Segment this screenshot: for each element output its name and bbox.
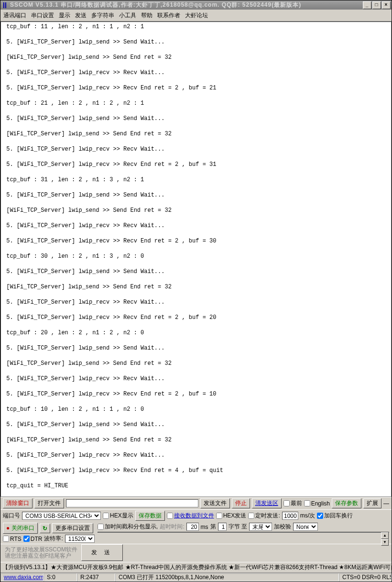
title-bar[interactable]: SSCOM V5.13.1 串口/网络数据调试器,作者:大虾丁丁,2618058… xyxy=(0,0,392,10)
menu-send[interactable]: 发送 xyxy=(75,11,87,20)
toolbar-row-4: 为了更好地发展SSCOM软件 请您注册嘉立创F结尾客户 发 送 xyxy=(0,544,392,562)
toolbar-row-2: 端口号 COM3 USB-SERIAL CH340 HEX显示 保存数据 接收数… xyxy=(0,509,392,522)
status-bar: www.daxia.com S:0 R:2437 COM3 已打开 115200… xyxy=(0,572,392,582)
dtr-checkbox[interactable]: DTR xyxy=(23,536,43,542)
app-icon xyxy=(1,2,8,9)
menu-comm-port[interactable]: 通讯端口 xyxy=(3,11,26,20)
baud-label: 波特率: xyxy=(44,535,63,543)
close-port-button[interactable]: ● 关闭串口 xyxy=(3,523,38,534)
timed-send-checkbox[interactable]: 定时发送: xyxy=(248,512,280,520)
status-cts: CTS=0 DSR=0 RLS xyxy=(339,573,392,582)
english-checkbox[interactable]: English xyxy=(304,500,330,507)
send-file-button[interactable]: 发送文件 xyxy=(200,498,230,508)
seq-label1: 第 xyxy=(210,523,216,531)
svg-rect-0 xyxy=(3,2,4,8)
menu-contact[interactable]: 联系作者 xyxy=(157,11,180,20)
close-button[interactable]: × xyxy=(382,1,391,9)
port-label: 端口号 xyxy=(3,512,20,520)
tail-combo[interactable]: 末尾 xyxy=(249,523,272,531)
more-settings-button[interactable]: 更多串口设置 xyxy=(52,523,93,533)
menu-port-settings[interactable]: 串口设置 xyxy=(31,11,54,20)
extend-dash: — xyxy=(383,500,389,507)
toolbar-row-1: 清除窗口 打开文件 发送文件 停止 清发送区 最前 English 保存参数 扩… xyxy=(0,497,392,509)
open-file-button[interactable]: 打开文件 xyxy=(34,498,64,508)
window-title: SSCOM V5.13.1 串口/网络数据调试器,作者:大虾丁丁,2618058… xyxy=(10,1,363,9)
timestamp-checkbox[interactable]: 加时间戳和分包显示, xyxy=(98,523,158,531)
scroll-down-icon[interactable]: ▼ xyxy=(381,539,389,546)
send-interval-input[interactable] xyxy=(282,512,298,520)
status-sent: S:0 xyxy=(44,573,77,582)
send-input[interactable]: ▲ ▼ xyxy=(98,532,389,533)
status-recv: R:2437 xyxy=(77,573,115,582)
clear-send-area-button[interactable]: 清发送区 xyxy=(252,498,282,508)
menu-bar: 通讯端口 串口设置 显示 发送 多字符串 小工具 帮助 联系作者 大虾论坛 xyxy=(0,10,392,22)
menu-display[interactable]: 显示 xyxy=(59,11,70,20)
menu-multi-string[interactable]: 多字符串 xyxy=(91,11,114,20)
interval-unit-label: ms/次 xyxy=(300,512,315,520)
extend-button[interactable]: 扩展 xyxy=(363,498,381,508)
byte-label: 字节 至 xyxy=(229,523,247,531)
port-combo[interactable]: COM3 USB-SERIAL CH340 xyxy=(22,512,101,520)
file-path-input[interactable] xyxy=(66,499,198,507)
rts-checkbox[interactable]: RTS xyxy=(3,536,22,542)
save-params-button[interactable]: 保存参数 xyxy=(332,498,361,508)
hex-display-checkbox[interactable]: HEX显示 xyxy=(103,512,133,520)
topmost-checkbox[interactable]: 最前 xyxy=(283,499,302,507)
refresh-icon[interactable]: ↻ xyxy=(40,524,50,533)
send-button[interactable]: 发 送 xyxy=(81,544,123,561)
chk-label: 加校验 xyxy=(274,523,291,531)
recv-to-file-checkbox[interactable]: 接收数据到文件 xyxy=(167,512,214,520)
baud-combo[interactable]: 115200 xyxy=(65,535,95,543)
save-data-button[interactable]: 保存数据 xyxy=(135,511,165,521)
menu-help[interactable]: 帮助 xyxy=(141,11,152,20)
status-com: COM3 已打开 115200bps,8,1,None,None xyxy=(115,573,339,582)
stop-button[interactable]: 停止 xyxy=(232,498,250,508)
promo-links[interactable]: 【升级到V5.13.1】★大资源MCU开发板9.9包邮 ★RT-Thread中国… xyxy=(0,562,392,572)
clear-window-button[interactable]: 清除窗口 xyxy=(3,498,33,508)
status-url[interactable]: www.daxia.com xyxy=(4,574,44,581)
svg-rect-1 xyxy=(5,2,6,8)
add-crlf-checkbox[interactable]: 加回车换行 xyxy=(317,512,353,520)
tips-text: 为了更好地发展SSCOM软件 请您注册嘉立创F结尾客户 xyxy=(3,546,79,560)
timeout-input[interactable] xyxy=(186,523,199,531)
maximize-button[interactable]: □ xyxy=(372,1,381,9)
timeout-label: 超时时间: xyxy=(160,523,184,531)
menu-forum[interactable]: 大虾论坛 xyxy=(185,11,208,20)
chk-combo[interactable]: None xyxy=(293,523,318,531)
menu-tools[interactable]: 小工具 xyxy=(119,11,136,20)
seq-input[interactable] xyxy=(218,523,227,531)
app-window: SSCOM V5.13.1 串口/网络数据调试器,作者:大虾丁丁,2618058… xyxy=(0,0,392,582)
scroll-up-icon[interactable]: ▲ xyxy=(381,532,389,539)
output-area[interactable]: tcp_buf : 11 , len : 2 , n1 : 1 , n2 : 1… xyxy=(0,22,392,497)
toolbar-row-3: ● 关闭串口 ↻ 更多串口设置 RTS DTR 波特率: 115200 加时间戳… xyxy=(0,522,392,544)
hex-send-checkbox[interactable]: HEX发送 xyxy=(216,512,247,520)
log-text: tcp_buf : 11 , len : 2 , n1 : 1 , n2 : 1… xyxy=(1,22,391,497)
minimize-button[interactable]: _ xyxy=(363,1,371,9)
ms-label: ms xyxy=(201,524,208,530)
